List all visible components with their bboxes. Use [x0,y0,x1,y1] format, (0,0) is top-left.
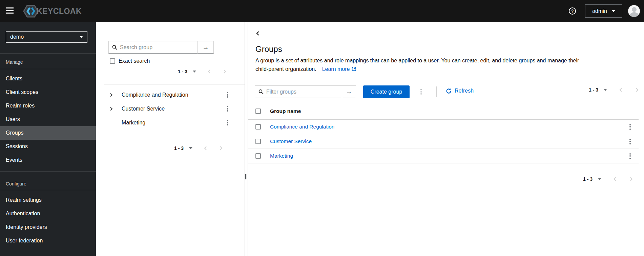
divider [0,53,96,54]
refresh-icon [446,88,452,94]
chevron-down-icon[interactable] [189,147,192,149]
row-checkbox[interactable] [255,124,261,130]
filter-field-wrap [255,85,342,98]
pagination-range[interactable]: 1 - 3 [178,69,187,74]
divider [0,69,96,69]
filter-groups-input[interactable] [266,89,338,95]
next-page-button[interactable] [223,70,227,74]
search-icon [258,89,264,94]
user-dropdown[interactable]: admin [585,4,622,18]
chevron-down-icon[interactable] [604,89,607,91]
column-header-group-name: Group name [270,108,301,114]
table-header-row: Group name [248,103,639,120]
tree-pagination-bottom: 1 - 3 [174,145,223,151]
divider [0,171,96,172]
kebab-menu-icon[interactable] [225,104,230,113]
hamburger-menu-icon[interactable] [6,7,14,14]
next-page-button[interactable] [219,146,223,150]
table-pagination-top: 1 - 3 [589,87,639,93]
description-line1: A group is a set of attributes and role … [255,56,635,65]
kebab-menu-icon[interactable] [627,137,633,146]
sidebar-item-identity-providers[interactable]: Identity providers [0,220,96,234]
chevron-down-icon [612,10,615,12]
sidebar-item-sessions[interactable]: Sessions [0,140,96,153]
exact-search-label: Exact search [119,58,150,64]
splitter-grip[interactable] [245,174,247,179]
groups-tree-panel: → Exact search 1 - 3 Compliance and Regu… [96,22,245,256]
pagination-range[interactable]: 1 - 3 [174,145,184,151]
keycloak-logo[interactable]: KEYCLOAK [23,5,82,18]
description-line2: child-parent organization.Learn more [255,65,635,73]
brand-wordmark: KEYCLOAK [37,7,82,16]
page-description: A group is a set of attributes and role … [255,56,635,73]
select-all-checkbox[interactable] [255,109,261,114]
sidebar-item-users[interactable]: Users [0,113,96,126]
row-checkbox[interactable] [255,153,261,159]
collapse-panel-chevron-icon[interactable] [255,30,261,36]
sidebar-nav: demo Manage Clients Client scopes Realm … [0,22,96,256]
sidebar-item-realm-settings[interactable]: Realm settings [0,193,96,207]
group-search-field-wrap [108,41,198,54]
sidebar-item-events[interactable]: Events [0,153,96,167]
learn-more-link[interactable]: Learn more [322,66,356,72]
realm-selector[interactable]: demo [6,31,87,43]
tree-item-customer-service: Customer Service [96,102,245,116]
exact-search-checkbox[interactable] [110,58,115,64]
tree-item-marketing: Marketing [96,116,245,130]
kebab-menu-icon[interactable] [225,118,230,127]
search-group-input[interactable] [120,44,194,51]
sidebar-item-client-scopes[interactable]: Client scopes [0,85,96,99]
group-link-compliance-and-regulation[interactable]: Compliance and Regulation [270,124,334,130]
groups-tree: Compliance and Regulation Customer Servi… [96,88,245,130]
refresh-button[interactable]: Refresh [446,88,474,94]
realm-selector-value: demo [10,34,24,40]
help-icon[interactable]: ? [569,7,576,15]
avatar[interactable] [628,5,640,17]
page-title: Groups [255,44,282,54]
expand-chevron-icon[interactable] [108,106,114,112]
table-row: Compliance and Regulation [248,120,639,134]
tree-pagination-top: 1 - 3 [178,69,227,74]
prev-page-button[interactable] [204,146,208,150]
divider [104,84,245,84]
pagination-range[interactable]: 1 - 3 [589,87,598,93]
kebab-menu-icon[interactable] [627,152,633,160]
table-row: Marketing [248,149,639,163]
chevron-down-icon [80,36,83,38]
nav-section-manage: Manage [6,59,23,65]
sidebar-item-authentication[interactable]: Authentication [0,207,96,220]
kebab-menu-icon[interactable] [627,123,633,131]
groups-main-panel: Groups A group is a set of attributes an… [248,22,644,256]
sidebar-item-user-federation[interactable]: User federation [0,234,96,248]
divider [0,190,96,190]
expand-chevron-icon[interactable] [108,92,114,98]
prev-page-button[interactable] [619,88,623,92]
group-search-group: → [108,41,214,54]
toolbar-kebab-menu-icon[interactable] [418,87,424,96]
nav-section-configure: Configure [6,181,26,186]
group-link-marketing[interactable]: Marketing [270,153,293,159]
kebab-menu-icon[interactable] [225,91,230,99]
refresh-label: Refresh [455,88,474,94]
pagination-range[interactable]: 1 - 3 [583,176,593,182]
prev-page-button[interactable] [207,70,211,74]
search-icon [112,45,117,50]
sidebar-item-groups[interactable]: Groups [0,126,96,140]
chevron-down-icon[interactable] [193,71,196,73]
tree-item-compliance-and-regulation: Compliance and Regulation [96,88,245,102]
chevron-down-icon[interactable] [598,178,601,180]
masthead: KEYCLOAK ? admin [0,0,644,22]
sidebar-item-clients[interactable]: Clients [0,72,96,85]
sidebar-item-realm-roles[interactable]: Realm roles [0,99,96,113]
search-submit-button[interactable]: → [198,41,214,54]
row-checkbox[interactable] [255,139,261,144]
groups-table: Group name Compliance and Regulation Cus… [248,103,639,163]
next-page-button[interactable] [629,177,633,181]
filter-submit-button[interactable]: → [342,85,356,98]
table-pagination-bottom: 1 - 3 [583,176,633,182]
prev-page-button[interactable] [613,177,617,181]
group-link-customer-service[interactable]: Customer Service [270,138,312,144]
next-page-button[interactable] [635,88,639,92]
filter-groups-group: → [255,85,356,98]
create-group-button[interactable]: Create group [363,85,410,98]
